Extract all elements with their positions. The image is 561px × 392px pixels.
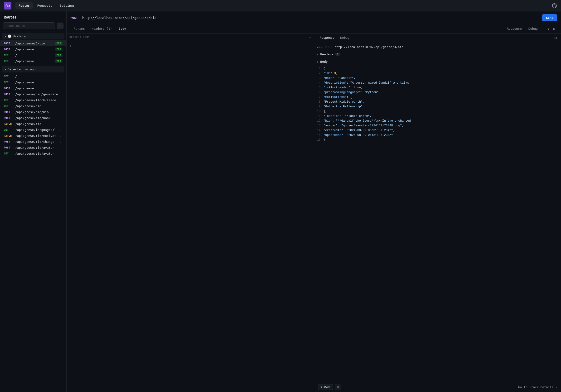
detected-item[interactable]: POST /api/geese/:id/honk (0, 115, 66, 121)
response-tab-bar: Response Debug ⊡ (314, 33, 561, 42)
json-line-num: 3 (317, 76, 324, 81)
response-tab-response[interactable]: Response (317, 33, 337, 42)
detected-item[interactable]: GET / (0, 74, 66, 79)
add-route-button[interactable]: + (57, 22, 64, 29)
search-input[interactable] (3, 22, 55, 29)
json-line-num: 5 (317, 85, 324, 90)
edit-icon[interactable]: ◇ (309, 35, 311, 39)
detected-section: ▼ Detected in app GET / GET /api/geese P… (0, 66, 66, 157)
json-line-num: 2 (317, 71, 324, 76)
detected-item[interactable]: GET /api/geese/:id (0, 103, 66, 109)
response-icon-btn[interactable]: ⊡ (553, 34, 558, 42)
nav-tab-settings[interactable]: Settings (57, 2, 78, 9)
format-up-icon: ⇅ (320, 385, 322, 389)
method-badge: POST (4, 117, 13, 119)
json-line-num: 8 (317, 100, 324, 104)
detected-item[interactable]: POST /api/geese/:id/bio (0, 109, 66, 115)
history-item[interactable]: GET / 200 (0, 52, 66, 58)
body-collapse-toggle[interactable]: ∨ Body (317, 59, 558, 64)
tab-headers[interactable]: Headers (1) (88, 24, 115, 33)
route-path: /api/geese/:id/avatar (15, 146, 63, 149)
status-badge: 200 (55, 53, 63, 57)
detected-item[interactable]: GET /api/geese/language/:l... (0, 127, 66, 133)
response-tab-debug[interactable]: Debug (337, 33, 352, 42)
nav-tab-routes[interactable]: Routes (15, 2, 33, 9)
route-path: /api/geese/:id/avatar (15, 152, 63, 155)
detected-item[interactable]: POST /api/geese/:id/change-... (0, 139, 66, 145)
format-label: JSON (324, 385, 330, 389)
route-path: / (15, 53, 53, 57)
detected-item[interactable]: POST /api/geese (0, 85, 66, 91)
route-path: /api/geese/:id/bio (15, 110, 63, 114)
sidebar: Routes + ▼ 🕐 History POST /api/geese/3/b… (0, 11, 66, 392)
url-text[interactable]: http://localhost:8787/api/geese/3/bio (82, 16, 539, 20)
url-method: POST (70, 16, 79, 20)
method-badge: POST (4, 110, 13, 114)
copy-button[interactable]: ⧉ (335, 384, 341, 390)
body-panel-title: REQUEST BODY (69, 36, 90, 39)
json-line-num: 16 (317, 138, 324, 142)
route-path: /api/geese/:id/generate (15, 92, 63, 96)
request-tab-bar: Params Headers (1) Body Response Debug ✦… (66, 24, 561, 33)
history-label: History (13, 34, 26, 38)
history-item[interactable]: POST /api/geese/3/bio 200 (0, 40, 66, 46)
json-line: 10 ], (317, 109, 558, 114)
method-badge: POST (4, 87, 13, 90)
json-line-num: 11 (317, 114, 324, 118)
route-path: /api/geese/:id/honk (15, 116, 63, 120)
method-badge: POST (4, 93, 13, 96)
headers-section: › Headers 6 (317, 52, 558, 57)
json-line-num: 6 (317, 90, 324, 95)
method-badge: POST (4, 48, 13, 51)
route-path: / (15, 74, 63, 78)
status-badge: 200 (55, 59, 63, 63)
method-badge: GET (4, 152, 13, 155)
method-badge: POST (4, 140, 13, 143)
method-badge: GET (4, 81, 13, 84)
detected-section-header[interactable]: ▼ Detected in app (2, 66, 65, 73)
tab-params[interactable]: Params (70, 24, 88, 33)
json-line: 3 "name": "Gandalf", (317, 76, 558, 81)
method-badge: POST (4, 146, 13, 149)
json-line: 4 "description": "A person named Gandalf… (317, 81, 558, 85)
json-line: 12 "bio": "**Gandalf the Goose**\n\nIn t… (317, 118, 558, 123)
route-path: /api/geese/:id (15, 122, 63, 126)
history-item[interactable]: POST /api/geese 200 (0, 46, 66, 52)
history-section-header[interactable]: ▼ 🕐 History (2, 33, 65, 39)
logo: fpx (4, 2, 11, 10)
json-line-num: 4 (317, 81, 324, 85)
json-line: 1{ (317, 66, 558, 71)
layout-icon[interactable]: ⊡ (551, 24, 557, 33)
tab-body[interactable]: Body (115, 24, 129, 33)
tab-response[interactable]: Response (504, 24, 525, 33)
detected-item[interactable]: GET /api/geese/flock-leade... (0, 97, 66, 103)
trace-link[interactable]: Go to Trace Details ↗ (518, 385, 557, 389)
line-num-1: 1 (69, 44, 73, 48)
code-editor[interactable]: 1 (66, 41, 314, 392)
github-icon[interactable] (551, 3, 557, 9)
send-button[interactable]: Send (542, 14, 557, 21)
json-line: 15 "updatedAt": "2024-08-09T06:31:37.234… (317, 133, 558, 138)
json-line-num: 10 (317, 109, 324, 114)
json-line: 16} (317, 138, 558, 142)
status-code: 200 (317, 45, 322, 49)
detected-item[interactable]: POST /api/geese/:id/avatar (0, 145, 66, 151)
detected-item[interactable]: PATCH /api/geese/:id/motivat... (0, 133, 66, 139)
history-item[interactable]: GET /api/geese 200 (0, 58, 66, 64)
response-url: http://localhost:8787/api/geese/3/bio (334, 45, 403, 49)
detected-item[interactable]: GET /api/geese (0, 79, 66, 85)
nav-tab-requests[interactable]: Requests (34, 2, 56, 9)
tab-debug[interactable]: Debug (525, 24, 541, 33)
headers-collapse-toggle[interactable]: › Headers 6 (317, 52, 558, 57)
right-panel: POST http://localhost:8787/api/geese/3/b… (66, 11, 561, 392)
route-path: /api/geese (15, 48, 53, 51)
format-selector[interactable]: ⇅ JSON (318, 384, 333, 390)
detected-item[interactable]: POST /api/geese/:id/generate (0, 91, 66, 97)
method-badge: POST (4, 42, 13, 45)
detected-item[interactable]: GET /api/geese/:id/avatar (0, 151, 66, 157)
history-section: ▼ 🕐 History POST /api/geese/3/bio 200 PO… (0, 33, 66, 64)
detected-item[interactable]: PATCH /api/geese/:id (0, 121, 66, 127)
json-line: 11 "location": "Middle-earth", (317, 114, 558, 118)
route-path: /api/geese/3/bio (15, 42, 53, 45)
ai-icon[interactable]: ✦ ∨ (541, 24, 551, 33)
